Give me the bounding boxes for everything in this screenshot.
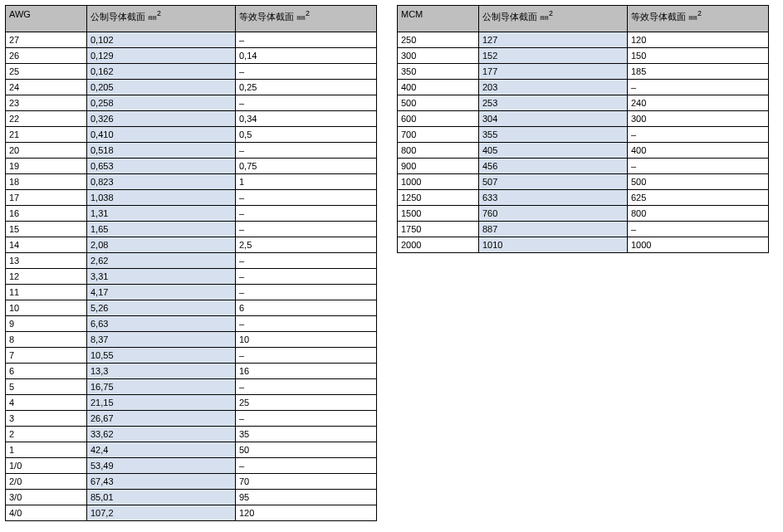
table-cell: –	[628, 80, 769, 95]
table-row: 200,518–	[6, 143, 377, 159]
table-cell: 4,17	[87, 285, 236, 300]
mcm-header-col2: 公制导体截面 ㎜2	[479, 6, 628, 32]
table-row: 171,038–	[6, 190, 377, 206]
table-cell: 300	[398, 48, 479, 64]
table-cell: 405	[479, 143, 628, 159]
table-cell: –	[236, 64, 377, 80]
table-cell: 21	[6, 127, 87, 143]
table-row: 1250633625	[398, 190, 769, 206]
table-cell: 1	[236, 174, 377, 190]
table-cell: 1,65	[87, 222, 236, 237]
table-cell: –	[236, 222, 377, 237]
table-row: 516,75–	[6, 379, 377, 395]
table-row: 900456–	[398, 159, 769, 174]
table-row: 240,2050,25	[6, 80, 377, 95]
table-row: 114,17–	[6, 285, 377, 300]
table-cell: 10,55	[87, 348, 236, 364]
table-cell: 185	[628, 64, 769, 80]
table-cell: 6,63	[87, 316, 236, 332]
table-cell: –	[236, 379, 377, 395]
table-cell: 13	[6, 253, 87, 269]
table-cell: 23	[6, 95, 87, 111]
table-cell: 0,5	[236, 127, 377, 143]
table-cell: 0,823	[87, 174, 236, 190]
table-cell: 240	[628, 95, 769, 111]
table-row: 1750887–	[398, 222, 769, 237]
table-row: 151,65–	[6, 222, 377, 237]
table-cell: 26	[6, 48, 87, 64]
table-row: 190,6530,75	[6, 159, 377, 174]
table-cell: 18	[6, 174, 87, 190]
table-cell: 0,129	[87, 48, 236, 64]
table-cell: 0,75	[236, 159, 377, 174]
table-cell: 11	[6, 285, 87, 300]
table-row: 200010101000	[398, 237, 769, 253]
table-cell: 150	[628, 48, 769, 64]
table-row: 800405400	[398, 143, 769, 159]
table-cell: 22	[6, 111, 87, 127]
table-cell: 1,038	[87, 190, 236, 206]
table-cell: 13,3	[87, 364, 236, 379]
table-cell: 0,14	[236, 48, 377, 64]
table-cell: 2	[6, 427, 87, 442]
table-cell: –	[236, 32, 377, 48]
table-row: 123,31–	[6, 269, 377, 285]
table-row: 161,31–	[6, 206, 377, 222]
table-cell: 35	[236, 427, 377, 442]
awg-table: AWG 公制导体截面 ㎜2 等效导体截面 ㎜2 270,102–260,1290…	[5, 5, 377, 521]
table-row: 326,67–	[6, 411, 377, 427]
table-cell: 0,162	[87, 64, 236, 80]
table-cell: 25	[6, 64, 87, 80]
table-cell: 8,37	[87, 332, 236, 348]
table-cell: 26,67	[87, 411, 236, 427]
table-cell: –	[628, 222, 769, 237]
table-cell: 0,518	[87, 143, 236, 159]
table-cell: 19	[6, 159, 87, 174]
mcm-header-row: MCM 公制导体截面 ㎜2 等效导体截面 ㎜2	[398, 6, 769, 32]
mcm-body: 250127120300152150350177185400203–500253…	[398, 32, 769, 253]
table-row: 613,316	[6, 364, 377, 379]
table-cell: –	[236, 95, 377, 111]
table-cell: 0,25	[236, 80, 377, 95]
table-cell: 0,258	[87, 95, 236, 111]
table-cell: 70	[236, 474, 377, 490]
table-cell: 5,26	[87, 300, 236, 316]
table-cell: 53,49	[87, 458, 236, 474]
table-cell: –	[628, 159, 769, 174]
table-cell: 17	[6, 190, 87, 206]
table-row: 270,102–	[6, 32, 377, 48]
table-row: 220,3260,34	[6, 111, 377, 127]
table-row: 233,6235	[6, 427, 377, 442]
mcm-table: MCM 公制导体截面 ㎜2 等效导体截面 ㎜2 2501271203001521…	[397, 5, 769, 253]
table-cell: 95	[236, 490, 377, 505]
table-cell: –	[236, 411, 377, 427]
table-cell: 253	[479, 95, 628, 111]
table-cell: 20	[6, 143, 87, 159]
table-cell: –	[236, 269, 377, 285]
table-cell: 507	[479, 174, 628, 190]
table-row: 500253240	[398, 95, 769, 111]
table-cell: 16	[236, 364, 377, 379]
table-row: 260,1290,14	[6, 48, 377, 64]
table-cell: 85,01	[87, 490, 236, 505]
awg-header-col3: 等效导体截面 ㎜2	[236, 6, 377, 32]
table-cell: 8	[6, 332, 87, 348]
table-row: 1500760800	[398, 206, 769, 222]
table-cell: 9	[6, 316, 87, 332]
table-row: 1000507500	[398, 174, 769, 190]
table-cell: 107,2	[87, 505, 236, 521]
table-cell: 0,653	[87, 159, 236, 174]
table-cell: 500	[398, 95, 479, 111]
table-cell: 600	[398, 111, 479, 127]
table-cell: 4	[6, 395, 87, 411]
table-cell: 500	[628, 174, 769, 190]
table-cell: 2,62	[87, 253, 236, 269]
table-cell: 3,31	[87, 269, 236, 285]
table-cell: 152	[479, 48, 628, 64]
table-cell: 633	[479, 190, 628, 206]
table-cell: 16	[6, 206, 87, 222]
table-row: 132,62–	[6, 253, 377, 269]
table-row: 3/085,0195	[6, 490, 377, 505]
table-cell: 7	[6, 348, 87, 364]
table-cell: 3	[6, 411, 87, 427]
